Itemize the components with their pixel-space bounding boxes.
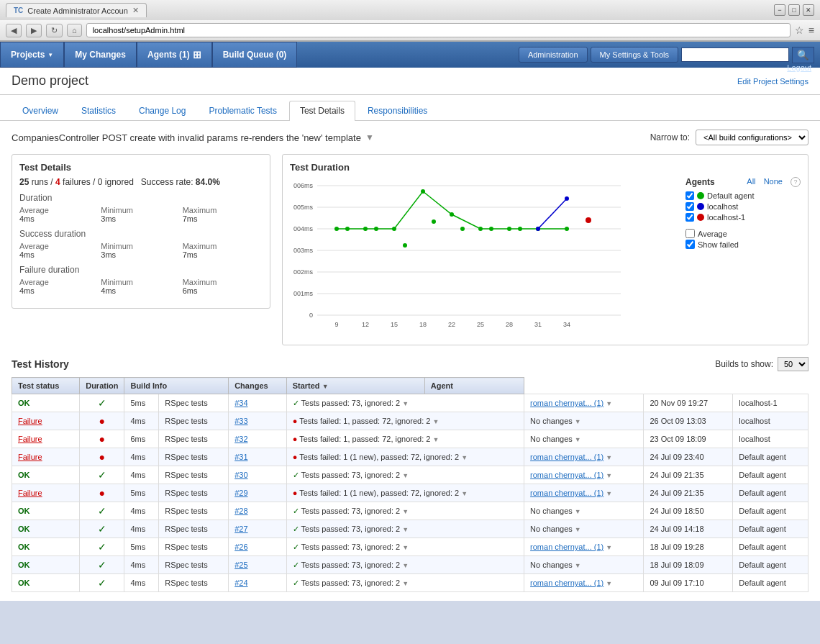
logout-link[interactable]: Logout xyxy=(787,63,811,72)
my-changes-button[interactable]: My Changes xyxy=(64,42,137,68)
close-button[interactable]: ✕ xyxy=(803,4,814,16)
build-queue-button[interactable]: Build Queue (0) xyxy=(212,42,298,68)
build-num-link[interactable]: #30 xyxy=(234,471,247,479)
minimize-button[interactable]: − xyxy=(774,4,785,16)
edit-project-settings-link[interactable]: Edit Project Settings xyxy=(737,77,808,86)
build-num-link[interactable]: #24 xyxy=(234,579,247,587)
back-button[interactable]: ◀ xyxy=(6,24,22,37)
average-checkbox[interactable] xyxy=(685,229,695,238)
projects-button[interactable]: Projects ▼ xyxy=(0,42,64,68)
main-content: CompaniesController POST create with inv… xyxy=(0,121,820,601)
status-icon-cell: ✓ xyxy=(80,502,124,520)
search-input[interactable] xyxy=(681,47,789,62)
tab-responsibilities[interactable]: Responsibilities xyxy=(357,101,438,120)
changes-link[interactable]: roman chernyat... (1) xyxy=(530,489,603,497)
changes-dropdown-icon[interactable]: ▼ xyxy=(606,544,612,551)
forward-button[interactable]: ▶ xyxy=(26,24,42,37)
result-dropdown-icon[interactable]: ▼ xyxy=(432,436,439,443)
search-button[interactable]: 🔍 xyxy=(792,47,814,63)
refresh-button[interactable]: ↻ xyxy=(46,24,63,37)
build-num-link[interactable]: #26 xyxy=(234,543,247,551)
my-settings-button[interactable]: My Settings & Tools xyxy=(591,47,678,63)
build-type-cell: RSpec tests xyxy=(159,520,229,538)
browser-tab[interactable]: TC Create Administrator Accoun ✕ xyxy=(6,3,147,17)
agents-none-link[interactable]: None xyxy=(764,177,783,187)
fail-icon: ● xyxy=(99,433,105,445)
result-dropdown-icon[interactable]: ▼ xyxy=(461,490,468,497)
tab-overview[interactable]: Overview xyxy=(12,101,69,120)
started-sort-icon[interactable]: ▼ xyxy=(322,383,329,390)
status-failure-link[interactable]: Failure xyxy=(18,489,42,497)
agents-all-link[interactable]: All xyxy=(747,177,755,187)
changes-dropdown-icon[interactable]: ▼ xyxy=(575,562,581,569)
localhost-1-checkbox[interactable] xyxy=(685,213,694,222)
localhost-1-dot xyxy=(697,214,704,221)
two-column-layout: Test Details 25 runs / 4 failures / 0 ig… xyxy=(12,154,808,345)
col-build-info: Build Info xyxy=(124,378,229,394)
test-title-dropdown-icon[interactable]: ▼ xyxy=(365,132,374,142)
status-failure-link[interactable]: Failure xyxy=(18,453,42,461)
changes-dropdown-icon[interactable]: ▼ xyxy=(575,418,581,425)
build-num-link[interactable]: #31 xyxy=(234,453,247,461)
tab-close-icon[interactable]: ✕ xyxy=(132,6,139,15)
tab-change-log[interactable]: Change Log xyxy=(128,101,196,120)
home-button[interactable]: ⌂ xyxy=(67,24,82,37)
show-failed-checkbox[interactable] xyxy=(685,240,695,249)
tab-problematic-tests[interactable]: Problematic Tests xyxy=(198,101,287,120)
address-bar[interactable] xyxy=(86,23,791,37)
status-failure-link[interactable]: Failure xyxy=(18,417,42,425)
narrow-to-select[interactable]: <All build configurations> xyxy=(696,130,808,145)
agents-button[interactable]: Agents (1) ⊞ xyxy=(137,42,212,68)
administration-button[interactable]: Administration xyxy=(519,47,588,63)
table-row: OK ✓ 4msRSpec tests #30 ✓ Tests passed: … xyxy=(12,466,808,484)
result-dropdown-icon[interactable]: ▼ xyxy=(402,526,409,533)
changes-dropdown-icon[interactable]: ▼ xyxy=(606,580,612,587)
result-dropdown-icon[interactable]: ▼ xyxy=(402,472,409,479)
build-num-link[interactable]: #25 xyxy=(234,561,247,569)
changes-dropdown-icon[interactable]: ▼ xyxy=(575,508,581,515)
star-icon[interactable]: ☆ xyxy=(795,24,804,36)
changes-dropdown-icon[interactable]: ▼ xyxy=(606,454,612,461)
tab-test-details[interactable]: Test Details xyxy=(289,101,355,121)
changes-dropdown-icon[interactable]: ▼ xyxy=(606,400,612,407)
table-row: OK ✓ 4msRSpec tests #27 ✓ Tests passed: … xyxy=(12,520,808,538)
build-num-link[interactable]: #33 xyxy=(234,417,247,425)
changes-dropdown-icon[interactable]: ▼ xyxy=(606,490,612,497)
changes-link[interactable]: roman chernyat... (1) xyxy=(530,471,603,479)
localhost-checkbox[interactable] xyxy=(685,202,694,211)
result-dropdown-icon[interactable]: ▼ xyxy=(402,580,409,587)
builds-count-select[interactable]: 50 xyxy=(778,357,808,371)
success-rate: 84.0% xyxy=(196,177,220,187)
changes-link[interactable]: roman chernyat... (1) xyxy=(530,579,603,587)
status-ok: OK xyxy=(18,471,30,479)
tab-statistics[interactable]: Statistics xyxy=(70,101,127,120)
result-dropdown-icon[interactable]: ▼ xyxy=(402,400,409,407)
build-num-link[interactable]: #27 xyxy=(234,525,247,533)
status-failure-link[interactable]: Failure xyxy=(18,435,42,443)
result-dropdown-icon[interactable]: ▼ xyxy=(402,544,409,551)
build-num-link[interactable]: #29 xyxy=(234,489,247,497)
build-num-link[interactable]: #32 xyxy=(234,435,247,443)
build-num-cell: #33 xyxy=(229,412,287,430)
build-num-cell: #27 xyxy=(229,520,287,538)
build-num-link[interactable]: #34 xyxy=(234,399,247,407)
agent-cell: Default agent xyxy=(733,520,808,538)
check-icon: ✓ xyxy=(98,469,106,481)
default-agent-checkbox[interactable] xyxy=(685,191,694,200)
changes-dropdown-icon[interactable]: ▼ xyxy=(575,526,581,533)
changes-link[interactable]: roman chernyat... (1) xyxy=(530,453,603,461)
build-type-cell: RSpec tests xyxy=(159,484,229,502)
result-dropdown-icon[interactable]: ▼ xyxy=(461,454,468,461)
result-dropdown-icon[interactable]: ▼ xyxy=(402,562,409,569)
result-dropdown-icon[interactable]: ▼ xyxy=(402,508,409,515)
changes-dropdown-icon[interactable]: ▼ xyxy=(606,472,612,479)
status-ok: OK xyxy=(18,525,30,533)
build-num-link[interactable]: #28 xyxy=(234,507,247,515)
result-dropdown-icon[interactable]: ▼ xyxy=(432,418,439,425)
changes-dropdown-icon[interactable]: ▼ xyxy=(575,436,581,443)
menu-icon[interactable]: ≡ xyxy=(808,24,814,36)
changes-link[interactable]: roman chernyat... (1) xyxy=(530,399,603,407)
changes-link[interactable]: roman chernyat... (1) xyxy=(530,543,603,551)
svg-text:001ms: 001ms xyxy=(293,290,314,297)
maximize-button[interactable]: □ xyxy=(788,4,800,16)
